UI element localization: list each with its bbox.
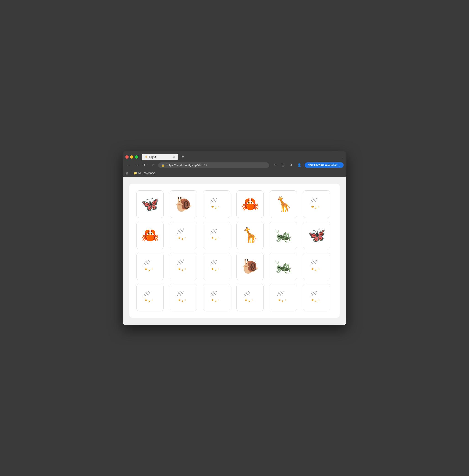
card-1[interactable]: 🐌: [170, 190, 197, 218]
svg-text:✦: ✦: [318, 299, 320, 301]
card-7[interactable]: ★ ★ ✦: [170, 221, 197, 249]
bookmarks-divider: |: [130, 171, 131, 175]
card-15[interactable]: 🐌: [236, 253, 264, 280]
new-chrome-button[interactable]: New Chrome available ⋮: [305, 162, 344, 168]
download-icon[interactable]: ⬇: [288, 162, 295, 168]
svg-text:✦: ✦: [285, 299, 286, 301]
toolbar-icons: ☆ ⬡ ⬇ 👤: [272, 162, 303, 168]
tab-dropdown-button[interactable]: ⌄: [341, 155, 344, 159]
svg-text:★: ★: [311, 205, 314, 209]
new-tab-button[interactable]: +: [180, 153, 186, 160]
svg-line-30: [147, 260, 149, 264]
toolbar: ← → ↻ ⌂ 🔒 https://ingak.netlify.app/?lvl…: [123, 160, 346, 170]
card-14[interactable]: ★ ★ ✦: [203, 253, 230, 280]
svg-line-35: [177, 261, 179, 265]
card-5[interactable]: ★ ★ ✦: [303, 190, 330, 218]
svg-text:★: ★: [215, 206, 217, 210]
svg-line-37: [180, 260, 182, 264]
card-18[interactable]: ★ ★ ✦: [136, 284, 164, 311]
close-button[interactable]: [125, 155, 129, 158]
svg-line-7: [311, 199, 312, 203]
card-23[interactable]: ★ ★ ✦: [303, 284, 330, 311]
svg-text:★: ★: [311, 267, 314, 271]
svg-text:✦: ✦: [318, 268, 320, 270]
svg-text:★: ★: [181, 238, 184, 241]
card-11[interactable]: 🦋: [303, 221, 330, 249]
svg-line-80: [249, 291, 250, 295]
svg-text:✦: ✦: [151, 299, 153, 301]
reload-button[interactable]: ↻: [142, 162, 148, 168]
svg-text:★: ★: [244, 298, 248, 302]
card-10[interactable]: 🦗: [270, 221, 297, 249]
card-4[interactable]: 🦒: [270, 190, 297, 218]
forward-button[interactable]: →: [134, 162, 140, 168]
svg-line-36: [179, 261, 180, 265]
address-bar[interactable]: 🔒 https://ingak.netlify.app/?lvl=12: [158, 162, 269, 168]
svg-line-65: [180, 291, 182, 295]
svg-line-79: [247, 291, 249, 295]
svg-line-8: [312, 199, 314, 203]
svg-line-24: [215, 229, 217, 233]
back-button[interactable]: ←: [125, 162, 132, 168]
extension-icon[interactable]: ⬡: [280, 162, 286, 168]
svg-text:✦: ✦: [184, 268, 186, 270]
home-button[interactable]: ⌂: [150, 162, 156, 168]
all-bookmarks-label: All Bookmarks: [138, 171, 155, 175]
card-2[interactable]: ★ ★ ✦: [203, 190, 230, 218]
svg-line-58: [147, 291, 149, 295]
svg-text:★: ★: [181, 269, 184, 272]
svg-line-49: [311, 261, 312, 265]
fullscreen-button[interactable]: [135, 155, 138, 158]
traffic-lights: [125, 155, 138, 158]
svg-text:★: ★: [315, 206, 317, 210]
card-0[interactable]: 🦋: [136, 190, 164, 218]
svg-text:★: ★: [248, 300, 251, 303]
svg-line-38: [182, 260, 184, 264]
profile-icon[interactable]: 👤: [296, 162, 303, 168]
svg-text:✦: ✦: [318, 205, 320, 208]
svg-line-16: [180, 229, 182, 233]
svg-line-21: [211, 230, 212, 234]
svg-text:★: ★: [311, 298, 314, 302]
card-22[interactable]: ★ ★ ✦: [270, 284, 297, 311]
card-17[interactable]: ★ ★ ✦: [303, 253, 330, 280]
minimize-button[interactable]: [130, 155, 133, 158]
active-tab[interactable]: ★ Ingak ✕: [142, 154, 178, 160]
svg-line-15: [179, 230, 180, 234]
bookmark-icon[interactable]: ☆: [272, 162, 278, 168]
card-8[interactable]: ★ ★ ✦: [203, 221, 230, 249]
tab-title: Ingak: [149, 155, 156, 158]
svg-text:★: ★: [281, 300, 284, 303]
svg-text:✦: ✦: [151, 268, 153, 270]
page-content: 🦋🐌 ★ ★ ✦ 🦀🦒 ★ ★ ✦ 🦀: [123, 177, 346, 325]
card-20[interactable]: ★ ★ ✦: [203, 284, 230, 311]
card-9[interactable]: 🦒: [236, 221, 264, 249]
svg-line-66: [182, 291, 184, 295]
svg-line-56: [144, 292, 145, 296]
folder-icon: 📁: [134, 171, 137, 175]
card-16[interactable]: 🦗: [270, 253, 297, 280]
apps-grid-icon[interactable]: ⊞: [125, 171, 128, 175]
svg-line-28: [144, 261, 145, 265]
svg-line-59: [149, 291, 150, 295]
svg-line-93: [314, 291, 315, 295]
all-bookmarks-item[interactable]: 📁 All Bookmarks: [134, 171, 155, 175]
bookmarks-bar: ⊞ | 📁 All Bookmarks: [123, 170, 346, 177]
card-6[interactable]: 🦀: [136, 221, 164, 249]
card-12[interactable]: ★ ★ ✦: [136, 253, 164, 280]
card-13[interactable]: ★ ★ ✦: [170, 253, 197, 280]
card-3[interactable]: 🦀: [236, 190, 264, 218]
svg-line-63: [177, 292, 179, 296]
svg-text:★: ★: [178, 267, 181, 271]
svg-line-17: [182, 229, 184, 233]
svg-text:★: ★: [211, 267, 214, 271]
tab-favicon-icon: ★: [145, 155, 148, 158]
card-21[interactable]: ★ ★ ✦: [236, 284, 264, 311]
tab-close-icon[interactable]: ✕: [173, 155, 175, 158]
svg-line-73: [215, 291, 217, 295]
svg-line-71: [212, 292, 214, 296]
card-19[interactable]: ★ ★ ✦: [170, 284, 197, 311]
svg-text:✦: ✦: [218, 299, 220, 301]
svg-line-87: [282, 291, 284, 295]
svg-text:✦: ✦: [184, 299, 186, 301]
